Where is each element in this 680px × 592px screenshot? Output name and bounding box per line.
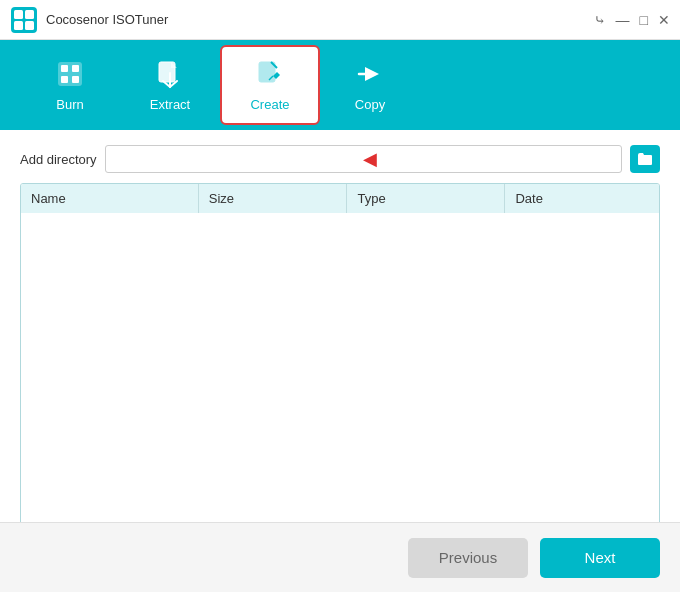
svg-rect-2 bbox=[25, 10, 34, 19]
svg-rect-3 bbox=[14, 21, 23, 30]
extract-icon bbox=[155, 59, 185, 93]
toolbar-btn-create[interactable]: Create bbox=[220, 45, 320, 125]
title-bar: Cocosenor ISOTuner ⤷ — □ ✕ bbox=[0, 0, 680, 40]
file-table: Name Size Type Date bbox=[21, 184, 659, 213]
minimize-icon[interactable]: — bbox=[616, 13, 630, 27]
col-date: Date bbox=[505, 184, 659, 213]
col-size: Size bbox=[198, 184, 347, 213]
toolbar-btn-copy[interactable]: Copy bbox=[320, 45, 420, 125]
add-directory-row: Add directory ◀ bbox=[20, 145, 660, 173]
app-title: Cocosenor ISOTuner bbox=[46, 12, 594, 27]
folder-icon bbox=[637, 151, 653, 167]
col-type: Type bbox=[347, 184, 505, 213]
add-directory-label: Add directory bbox=[20, 152, 97, 167]
browse-directory-button[interactable] bbox=[630, 145, 660, 173]
extract-label: Extract bbox=[150, 97, 190, 112]
create-icon bbox=[255, 59, 285, 93]
close-icon[interactable]: ✕ bbox=[658, 13, 670, 27]
directory-input[interactable] bbox=[105, 145, 622, 173]
app-logo bbox=[10, 6, 38, 34]
previous-button[interactable]: Previous bbox=[408, 538, 528, 578]
svg-rect-6 bbox=[61, 65, 68, 72]
file-table-wrap: Name Size Type Date bbox=[20, 183, 660, 577]
burn-label: Burn bbox=[56, 97, 83, 112]
burn-icon bbox=[55, 59, 85, 93]
create-label: Create bbox=[250, 97, 289, 112]
toolbar: Burn Extract Create bbox=[0, 40, 680, 130]
toolbar-btn-burn[interactable]: Burn bbox=[20, 45, 120, 125]
bottom-bar: Previous Next bbox=[0, 522, 680, 592]
share-icon[interactable]: ⤷ bbox=[594, 13, 606, 27]
table-header-row: Name Size Type Date bbox=[21, 184, 659, 213]
svg-rect-1 bbox=[14, 10, 23, 19]
svg-rect-4 bbox=[25, 21, 34, 30]
svg-rect-8 bbox=[61, 76, 68, 83]
svg-rect-9 bbox=[72, 76, 79, 83]
svg-rect-7 bbox=[72, 65, 79, 72]
col-name: Name bbox=[21, 184, 198, 213]
window-controls: ⤷ — □ ✕ bbox=[594, 13, 670, 27]
maximize-icon[interactable]: □ bbox=[640, 13, 648, 27]
toolbar-btn-extract[interactable]: Extract bbox=[120, 45, 220, 125]
next-button[interactable]: Next bbox=[540, 538, 660, 578]
copy-label: Copy bbox=[355, 97, 385, 112]
directory-input-wrap: ◀ bbox=[105, 145, 622, 173]
copy-icon bbox=[355, 59, 385, 93]
